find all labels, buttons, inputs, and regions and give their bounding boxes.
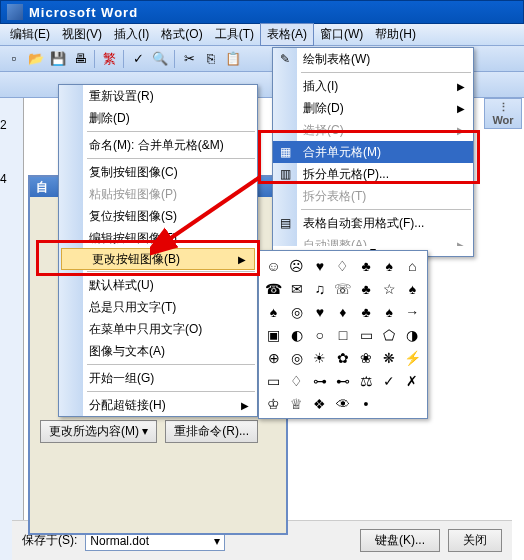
dm-delete[interactable]: 删除(D)▶ <box>273 97 473 119</box>
icon-choice[interactable]: ❀ <box>356 347 377 368</box>
submenu-arrow-icon: ▶ <box>238 254 246 265</box>
dm-select[interactable]: 选择(C)▶ <box>273 119 473 141</box>
icon-choice[interactable]: ❖ <box>309 393 330 414</box>
icon-choice[interactable]: ◐ <box>286 324 307 345</box>
cm-assign-hyperlink[interactable]: 分配超链接(H)▶ <box>59 394 257 416</box>
cm-image-and-text[interactable]: 图像与文本(A) <box>59 340 257 362</box>
icon-choice[interactable]: ▭ <box>263 370 284 391</box>
spellcheck-icon[interactable]: ✓ <box>128 49 148 69</box>
menu-help[interactable]: 帮助(H) <box>369 24 422 45</box>
modify-selection-button[interactable]: 更改所选内容(M) ▾ <box>40 420 157 443</box>
icon-choice[interactable]: ☏ <box>332 278 353 299</box>
menubar: 编辑(E) 视图(V) 插入(I) 格式(O) 工具(T) 表格(A) 窗口(W… <box>0 24 524 46</box>
icon-choice[interactable]: ✗ <box>402 370 423 391</box>
cm-name[interactable]: 命名(M): 合并单元格(&M) <box>59 134 257 156</box>
icon-choice[interactable]: ♠ <box>402 278 423 299</box>
icon-choice[interactable]: □ <box>332 324 353 345</box>
icon-choice[interactable]: ♠ <box>263 301 284 322</box>
icon-choice[interactable]: ✉ <box>286 278 307 299</box>
cm-reset-image[interactable]: 复位按钮图像(S) <box>59 205 257 227</box>
menu-insert[interactable]: 插入(I) <box>108 24 155 45</box>
cm-text-only[interactable]: 总是只用文字(T) <box>59 296 257 318</box>
research-icon[interactable]: 🔍 <box>150 49 170 69</box>
icon-choice[interactable]: ♢ <box>286 370 307 391</box>
cm-change-image[interactable]: 更改按钮图像(B)▶ <box>61 248 255 270</box>
icon-choice[interactable]: • <box>356 393 377 414</box>
cm-paste-image[interactable]: 粘贴按钮图像(P) <box>59 183 257 205</box>
merge-cells-icon: ▦ <box>277 144 293 160</box>
icon-choice[interactable]: ⊕ <box>263 347 284 368</box>
split-cells-icon: ▥ <box>277 166 293 182</box>
rearrange-commands-button[interactable]: 重排命令(R)... <box>165 420 258 443</box>
icon-picker-submenu: ☺☹♥♢♣♠⌂☎✉♫☏♣☆♠♠◎♥♦♣♠→▣◐○□▭⬠◑⊕◎☀✿❀❋⚡▭♢⊶⊷⚖… <box>258 250 428 419</box>
icon-choice[interactable]: ◎ <box>286 301 307 322</box>
cm-delete[interactable]: 删除(D) <box>59 107 257 129</box>
open-icon[interactable]: 📂 <box>26 49 46 69</box>
cm-edit-image[interactable]: 编辑按钮图像(E)... <box>59 227 257 249</box>
icon-choice[interactable]: ○ <box>309 324 330 345</box>
icon-choice[interactable]: ◑ <box>402 324 423 345</box>
icon-choice[interactable]: ♦ <box>332 301 353 322</box>
icon-choice[interactable]: ⌂ <box>402 255 423 276</box>
icon-choice[interactable]: ⚡ <box>402 347 423 368</box>
cm-text-only-menu[interactable]: 在菜单中只用文字(O) <box>59 318 257 340</box>
icon-choice[interactable]: ♣ <box>356 301 377 322</box>
menu-table[interactable]: 表格(A) <box>260 23 314 46</box>
paste-icon[interactable]: 📋 <box>223 49 243 69</box>
dm-separator <box>301 72 471 73</box>
cm-reset[interactable]: 重新设置(R) <box>59 85 257 107</box>
icon-choice[interactable]: ☺ <box>263 255 284 276</box>
icon-choice[interactable]: ▭ <box>356 324 377 345</box>
icon-choice[interactable]: ◎ <box>286 347 307 368</box>
icon-choice[interactable]: ✿ <box>332 347 353 368</box>
close-button[interactable]: 关闭 <box>448 529 502 552</box>
icon-choice[interactable]: ♔ <box>263 393 284 414</box>
trad-chinese-icon[interactable]: 繁 <box>99 49 119 69</box>
menu-tools[interactable]: 工具(T) <box>209 24 260 45</box>
print-icon[interactable]: 🖶 <box>70 49 90 69</box>
icon-choice[interactable]: ♫ <box>309 278 330 299</box>
dm-insert[interactable]: 插入(I)▶ <box>273 75 473 97</box>
ruler-mark: 2 <box>0 118 23 132</box>
cm-default-style[interactable]: 默认样式(U) <box>59 274 257 296</box>
icon-choice[interactable]: ♢ <box>332 255 353 276</box>
icon-choice[interactable]: ⊷ <box>332 370 353 391</box>
icon-choice[interactable]: ⬠ <box>379 324 400 345</box>
icon-choice[interactable]: ♣ <box>356 278 377 299</box>
icon-choice[interactable]: ☆ <box>379 278 400 299</box>
icon-choice[interactable]: ♠ <box>379 255 400 276</box>
keyboard-button[interactable]: 键盘(K)... <box>360 529 440 552</box>
dm-split-table[interactable]: 拆分表格(T) <box>273 185 473 207</box>
icon-choice[interactable]: 👁 <box>332 393 353 414</box>
cm-separator <box>87 131 255 132</box>
submenu-arrow-icon: ▶ <box>241 400 249 411</box>
icon-choice[interactable]: ✓ <box>379 370 400 391</box>
icon-choice[interactable]: → <box>402 301 423 322</box>
menu-edit[interactable]: 编辑(E) <box>4 24 56 45</box>
dm-draw-table[interactable]: ✎绘制表格(W) <box>273 48 473 70</box>
save-icon[interactable]: 💾 <box>48 49 68 69</box>
icon-choice[interactable]: ☀ <box>309 347 330 368</box>
dm-autoformat[interactable]: ▤表格自动套用格式(F)... <box>273 212 473 234</box>
menu-window[interactable]: 窗口(W) <box>314 24 369 45</box>
cm-copy-image[interactable]: 复制按钮图像(C) <box>59 161 257 183</box>
icon-choice[interactable]: ♥ <box>309 255 330 276</box>
dm-split-cells[interactable]: ▥拆分单元格(P)... <box>273 163 473 185</box>
icon-choice[interactable]: ♕ <box>286 393 307 414</box>
copy-icon[interactable]: ⎘ <box>201 49 221 69</box>
icon-choice[interactable]: ▣ <box>263 324 284 345</box>
icon-choice[interactable]: ♠ <box>379 301 400 322</box>
icon-choice[interactable]: ☹ <box>286 255 307 276</box>
new-doc-icon[interactable]: ▫ <box>4 49 24 69</box>
menu-view[interactable]: 视图(V) <box>56 24 108 45</box>
icon-choice[interactable]: ⊶ <box>309 370 330 391</box>
icon-choice[interactable]: ♥ <box>309 301 330 322</box>
icon-choice[interactable]: ⚖ <box>356 370 377 391</box>
cut-icon[interactable]: ✂ <box>179 49 199 69</box>
menu-format[interactable]: 格式(O) <box>155 24 208 45</box>
cm-begin-group[interactable]: 开始一组(G) <box>59 367 257 389</box>
icon-choice[interactable]: ♣ <box>356 255 377 276</box>
dm-merge-cells[interactable]: ▦合并单元格(M) <box>273 141 473 163</box>
icon-choice[interactable]: ❋ <box>379 347 400 368</box>
icon-choice[interactable]: ☎ <box>263 278 284 299</box>
